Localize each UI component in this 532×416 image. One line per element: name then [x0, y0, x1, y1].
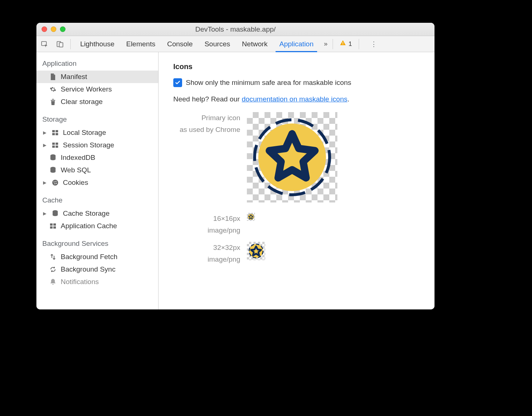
sidebar-item-label: Clear storage	[61, 98, 103, 106]
primary-icon-label-1: Primary icon	[173, 112, 240, 124]
sidebar-item-label: IndexedDB	[61, 154, 95, 162]
icon-mime-label: image/png	[173, 254, 240, 265]
zoom-window-button[interactable]	[60, 26, 65, 32]
transfer-icon	[49, 254, 57, 260]
chevron-right-icon: ▶	[43, 130, 47, 135]
grid-icon	[51, 143, 59, 148]
svg-rect-2	[59, 43, 63, 47]
sidebar-item-label: Manifest	[61, 73, 87, 81]
svg-rect-21	[50, 223, 53, 226]
sidebar-item-label: Background Sync	[61, 265, 116, 273]
section-storage: Storage	[36, 108, 158, 126]
more-tabs-icon[interactable]: »	[324, 40, 326, 48]
main-tabstrip: Lighthouse Elements Console Sources Netw…	[36, 36, 435, 52]
svg-rect-3	[343, 42, 344, 44]
window-title: DevTools - maskable.app/	[195, 25, 276, 33]
sidebar-item-service-workers[interactable]: Service Workers	[36, 83, 158, 96]
svg-rect-9	[52, 143, 55, 145]
svg-point-18	[54, 183, 56, 184]
primary-icon-label-2: as used by Chrome	[173, 124, 240, 136]
documentation-link[interactable]: documentation on maskable icons	[242, 95, 347, 103]
tab-network[interactable]: Network	[236, 36, 274, 52]
sidebar-item-clear-storage[interactable]: Clear storage	[36, 96, 158, 108]
issues-warning-badge[interactable]: 1	[340, 40, 352, 48]
chevron-right-icon: ▶	[43, 211, 47, 216]
database-icon	[49, 167, 57, 173]
safe-area-checkbox-label: Show only the minimum safe area for mask…	[186, 79, 351, 87]
svg-point-19	[56, 183, 57, 184]
devtools-window: DevTools - maskable.app/ Lighthouse Elem…	[36, 23, 435, 309]
sidebar-item-cookies[interactable]: ▶ Cookies	[36, 176, 158, 189]
traffic-lights	[42, 26, 65, 32]
svg-rect-10	[56, 143, 58, 145]
sidebar-item-label: Service Workers	[61, 85, 112, 93]
database-icon	[49, 154, 57, 161]
sidebar-item-application-cache[interactable]: Application Cache	[36, 220, 158, 232]
section-cache: Cache	[36, 189, 158, 207]
icon-preview-32	[247, 242, 265, 260]
grid-icon	[49, 223, 57, 229]
svg-point-15	[52, 180, 58, 186]
svg-point-17	[56, 181, 57, 182]
svg-point-16	[54, 182, 55, 183]
sidebar-item-cache-storage[interactable]: ▶ Cache Storage	[36, 207, 158, 220]
panel-tabs: Lighthouse Elements Console Sources Netw…	[74, 36, 319, 52]
sidebar-item-label: Web SQL	[61, 166, 91, 174]
sidebar-item-label: Cookies	[63, 179, 88, 187]
document-icon	[49, 73, 57, 80]
database-icon	[51, 210, 59, 217]
svg-rect-7	[52, 133, 55, 135]
separator	[333, 39, 333, 49]
cookie-icon	[51, 179, 59, 186]
help-prefix: Need help? Read our	[173, 95, 242, 103]
primary-icon-row: Primary icon as used by Chrome	[173, 112, 420, 202]
primary-icon-preview	[247, 112, 337, 202]
svg-rect-6	[56, 130, 58, 132]
titlebar: DevTools - maskable.app/	[36, 23, 435, 36]
settings-menu-icon[interactable]: ⋮	[369, 40, 378, 48]
tab-sources[interactable]: Sources	[199, 36, 236, 52]
svg-rect-8	[56, 133, 58, 135]
svg-rect-4	[343, 44, 344, 45]
sidebar-item-session-storage[interactable]: ▶ Session Storage	[36, 139, 158, 151]
sync-icon	[49, 266, 57, 273]
tab-application[interactable]: Application	[273, 36, 319, 52]
separator	[70, 39, 71, 49]
sidebar-item-label: Local Storage	[63, 129, 106, 137]
sidebar-item-manifest[interactable]: Manifest	[36, 71, 158, 83]
tab-elements[interactable]: Elements	[120, 36, 161, 52]
sidebar-item-label: Application Cache	[61, 222, 117, 230]
sidebar-item-local-storage[interactable]: ▶ Local Storage	[36, 126, 158, 139]
sidebar-item-label: Notifications	[61, 278, 99, 286]
minimize-window-button[interactable]	[51, 26, 56, 32]
device-toolbar-icon[interactable]	[53, 37, 67, 51]
section-application: Application	[36, 52, 158, 71]
chevron-right-icon: ▶	[43, 143, 47, 148]
safe-area-checkbox[interactable]	[173, 78, 182, 87]
help-suffix: .	[347, 95, 349, 103]
sidebar-item-background-sync[interactable]: Background Sync	[36, 263, 158, 276]
tab-lighthouse[interactable]: Lighthouse	[74, 36, 120, 52]
icon-mime-label: image/png	[173, 225, 240, 236]
section-background-services: Background Services	[36, 232, 158, 251]
svg-rect-12	[56, 146, 58, 148]
icon-size-label: 32×32px	[173, 242, 240, 254]
icon-entry-16: 16×16px image/png	[173, 213, 420, 237]
sidebar-item-notifications[interactable]: Notifications	[36, 276, 158, 288]
sidebar-item-label: Background Fetch	[61, 253, 117, 261]
sidebar-item-background-fetch[interactable]: Background Fetch	[36, 251, 158, 263]
close-window-button[interactable]	[42, 26, 47, 32]
inspect-element-icon[interactable]	[38, 37, 51, 51]
section-heading-icons: Icons	[173, 62, 420, 71]
icon-entry-32: 32×32px image/png	[173, 242, 420, 266]
icon-preview-16	[247, 213, 255, 221]
application-sidebar: Application Manifest Service Workers Cle…	[36, 52, 159, 309]
separator	[359, 39, 359, 49]
tab-console[interactable]: Console	[161, 36, 199, 52]
manifest-panel: Icons Show only the minimum safe area fo…	[159, 52, 435, 309]
chevron-right-icon: ▶	[43, 180, 47, 185]
warning-count: 1	[348, 40, 352, 48]
sidebar-item-websql[interactable]: Web SQL	[36, 164, 158, 176]
sidebar-item-indexeddb[interactable]: IndexedDB	[36, 151, 158, 164]
svg-rect-5	[52, 130, 55, 132]
